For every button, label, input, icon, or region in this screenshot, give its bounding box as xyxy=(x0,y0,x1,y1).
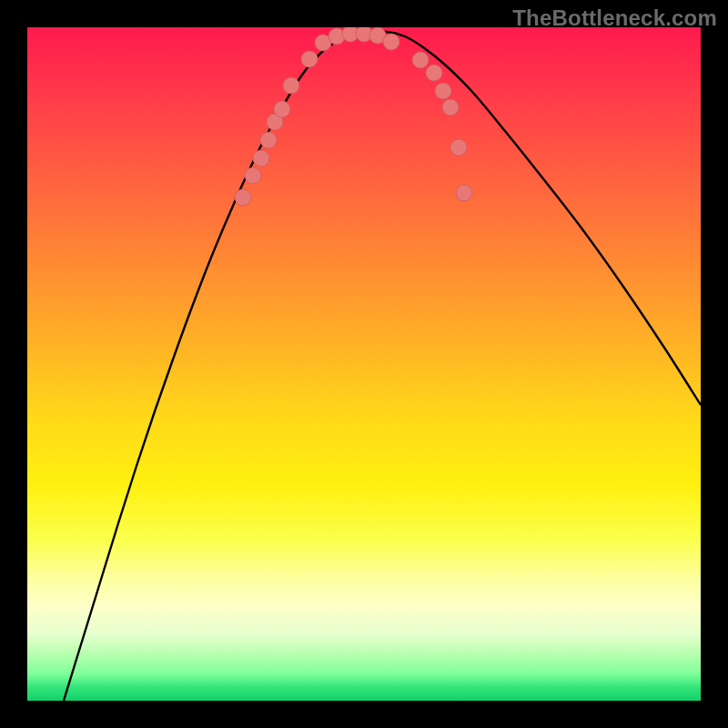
chart-svg xyxy=(27,27,701,701)
data-point xyxy=(260,132,277,148)
data-point xyxy=(235,189,251,206)
data-point xyxy=(450,139,467,156)
data-point xyxy=(245,167,261,184)
data-point xyxy=(274,101,290,117)
data-point xyxy=(383,34,399,50)
data-markers xyxy=(235,27,472,206)
watermark-text: TheBottleneck.com xyxy=(512,5,717,31)
data-point xyxy=(412,52,429,68)
data-point xyxy=(456,185,472,201)
data-point xyxy=(301,51,318,67)
data-point xyxy=(283,77,299,94)
data-point xyxy=(426,65,442,81)
bottleneck-curve xyxy=(64,31,701,701)
data-point xyxy=(253,150,269,167)
data-point xyxy=(435,83,451,99)
data-point xyxy=(442,99,459,116)
